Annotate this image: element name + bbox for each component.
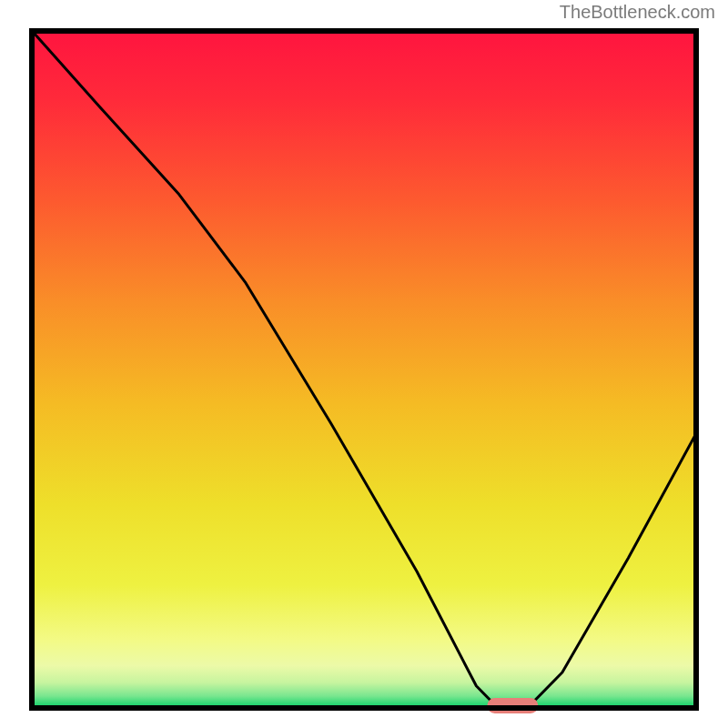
bottleneck-chart bbox=[0, 24, 728, 728]
svg-rect-0 bbox=[34, 33, 694, 706]
chart-svg bbox=[14, 25, 714, 726]
watermark-text: TheBottleneck.com bbox=[560, 2, 715, 24]
chart-header: TheBottleneck.com bbox=[0, 0, 728, 24]
